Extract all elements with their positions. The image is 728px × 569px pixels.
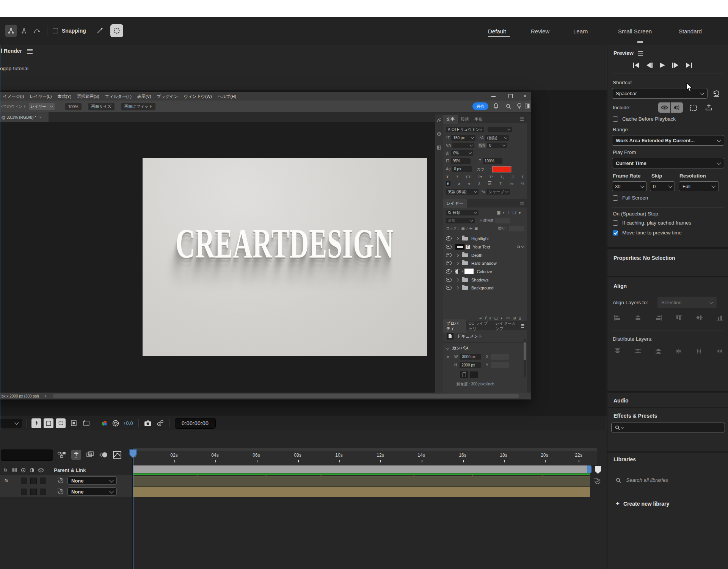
- playhead-head[interactable]: [129, 449, 137, 459]
- rig-tool-button[interactable]: [5, 25, 17, 37]
- visibility-eye-icon[interactable]: [446, 261, 452, 265]
- previous-frame-button[interactable]: [646, 62, 653, 68]
- ps-tab-close-icon[interactable]: ×: [39, 115, 41, 119]
- ps-zoom-100-button[interactable]: 100%: [65, 103, 82, 110]
- frame-blending-icon[interactable]: [86, 451, 94, 458]
- visibility-eye-icon[interactable]: [446, 245, 452, 249]
- lock-option-icons[interactable]: ▦∕✛▣: [461, 226, 480, 231]
- align-top-icon[interactable]: [676, 315, 682, 321]
- effects-search-field[interactable]: [611, 423, 725, 432]
- ps-menu-view[interactable]: 表示(V): [137, 94, 151, 99]
- workspace-tab-default[interactable]: Default: [488, 28, 506, 35]
- next-frame-button[interactable]: [672, 62, 679, 68]
- marker-pickwhip-icon[interactable]: [595, 478, 601, 484]
- parent-dropdown-1[interactable]: None: [67, 476, 117, 485]
- paragraph-tab[interactable]: 段落: [458, 115, 472, 124]
- cache-before-playback-row[interactable]: Cache Before Playback: [613, 116, 676, 122]
- visibility-eye-icon[interactable]: [446, 269, 452, 273]
- draft-3d-toggle[interactable]: [71, 450, 81, 460]
- font-style-field[interactable]: -: [488, 127, 512, 132]
- photoshop-window[interactable]: イメージ(I) レイヤー(L) 書式(Y) 選択範囲(S) フィルター(T) 表…: [0, 92, 531, 399]
- layer-row-colorize[interactable]: 8 Colorize: [443, 267, 527, 276]
- ps-menu-help[interactable]: ヘルプ(H): [218, 94, 236, 99]
- cache-checkbox[interactable]: [613, 116, 618, 122]
- layer-bar-2[interactable]: [133, 487, 590, 497]
- align-center-vertical-icon[interactable]: [696, 315, 703, 321]
- adjustment-column-icon[interactable]: [30, 468, 35, 473]
- timeline-layer-row-1[interactable]: fx None: [0, 475, 132, 486]
- channels-button[interactable]: [101, 420, 108, 427]
- snap-pointer-icon[interactable]: [96, 27, 104, 35]
- workspace-tab-small-screen[interactable]: Small Screen: [618, 28, 652, 35]
- ps-menu-image[interactable]: イメージ(I): [3, 94, 24, 99]
- vertical-scale-field[interactable]: 95%: [451, 158, 471, 164]
- fill-field[interactable]: [509, 226, 524, 231]
- fast-previews-button[interactable]: [31, 418, 41, 428]
- comp-tab-field[interactable]: [1, 450, 53, 461]
- ps-share-button[interactable]: 共有: [472, 102, 488, 110]
- show-snapshot-button[interactable]: [156, 420, 164, 426]
- comp-item-name[interactable]: ogop-tutorial: [0, 66, 28, 71]
- ps-menu-plugins[interactable]: プラグイン: [157, 94, 178, 99]
- ps-fit-screen-button[interactable]: 画面サイズ: [88, 103, 115, 110]
- timecode-field[interactable]: 0:00:00:00: [175, 418, 216, 429]
- tracking-field[interactable]: [452, 143, 474, 148]
- ps-layer-dropdown[interactable]: レイヤー: [29, 103, 55, 110]
- switch-cell[interactable]: [21, 478, 27, 484]
- frame-blend-column-icon[interactable]: [12, 468, 17, 472]
- row1-fx-badge[interactable]: fx: [5, 478, 8, 483]
- blend-mode-field[interactable]: 通常: [446, 218, 475, 223]
- workspace-switcher-icon[interactable]: [525, 104, 531, 108]
- small-caps-button[interactable]: Tᴛ: [478, 174, 482, 179]
- mini-flowchart-icon[interactable]: [58, 451, 66, 458]
- layer-row-your-text[interactable]: T Your Text fx: [443, 242, 527, 251]
- ps-menu-layer[interactable]: レイヤー(L): [30, 94, 52, 99]
- frame-rate-dropdown[interactable]: 30: [612, 181, 647, 191]
- faux-italic-button[interactable]: T: [456, 174, 458, 179]
- reset-shortcut-icon[interactable]: [712, 90, 720, 98]
- ps-menu-type[interactable]: 書式(Y): [57, 94, 71, 99]
- work-area-end-handle[interactable]: [587, 465, 592, 473]
- layer-row-hard-shadow[interactable]: Hard Shadow: [443, 259, 527, 267]
- ps-canvas-area[interactable]: CREARTDESIGN: [0, 122, 435, 393]
- workspace-tab-review[interactable]: Review: [531, 28, 549, 35]
- swash-button[interactable]: σ: [458, 182, 460, 186]
- properties-tab[interactable]: プロパティ: [443, 319, 466, 333]
- layers-panel-menu-icon[interactable]: [520, 202, 524, 205]
- reset-exposure-button[interactable]: [112, 420, 119, 427]
- char-panel-menu-icon[interactable]: [520, 117, 524, 121]
- opacity-field[interactable]: [495, 218, 510, 223]
- ps-document-tab[interactable]: _v1.psd @ 33.3% (RGB/8) * ×: [0, 112, 49, 122]
- language-field[interactable]: 英語 (米国): [446, 189, 479, 195]
- ps-menu-filter[interactable]: フィルター(T): [105, 94, 132, 99]
- switch-cell[interactable]: [40, 489, 46, 495]
- faux-bold-button[interactable]: T: [446, 174, 449, 179]
- layer-row-depth[interactable]: Depth: [443, 251, 527, 259]
- search-icon[interactable]: [506, 104, 511, 109]
- cc-libraries-tab[interactable]: CC ライブラリ: [466, 319, 493, 333]
- snapshot-button[interactable]: [144, 420, 152, 426]
- move-time-checkbox[interactable]: [613, 230, 618, 236]
- workspace-tab-learn[interactable]: Learn: [573, 28, 588, 35]
- align-panel-title[interactable]: Align: [613, 283, 627, 289]
- ps-menu-select[interactable]: 選択範囲(S): [77, 94, 99, 99]
- glyphs-tab[interactable]: 字形: [472, 115, 485, 124]
- baseline-shift-field[interactable]: 0 px: [452, 166, 472, 172]
- region-of-interest-button[interactable]: [69, 418, 78, 428]
- antialias-field[interactable]: シャープ: [486, 189, 510, 195]
- transparency-grid-button[interactable]: [44, 418, 53, 428]
- stop-option-1[interactable]: If caching, play cached frames: [613, 220, 691, 226]
- layer-row-background[interactable]: Background: [443, 284, 527, 292]
- properties-scrollbar[interactable]: [524, 339, 526, 377]
- graph-editor-icon[interactable]: [113, 451, 121, 459]
- layer-row-shadows[interactable]: Shadows: [443, 276, 527, 284]
- panel-dock-icon-2[interactable]: [437, 132, 441, 136]
- canvas-height-field[interactable]: 2000 px: [460, 362, 481, 368]
- layers-tab[interactable]: レイヤー: [443, 199, 467, 208]
- layer-fx-badge[interactable]: fx: [517, 245, 520, 249]
- font-size-field[interactable]: 150 px: [451, 135, 475, 141]
- play-button[interactable]: [659, 62, 666, 68]
- visibility-eye-icon[interactable]: [446, 286, 452, 290]
- visibility-eye-icon[interactable]: [446, 236, 452, 240]
- all-caps-button[interactable]: TT: [466, 174, 471, 179]
